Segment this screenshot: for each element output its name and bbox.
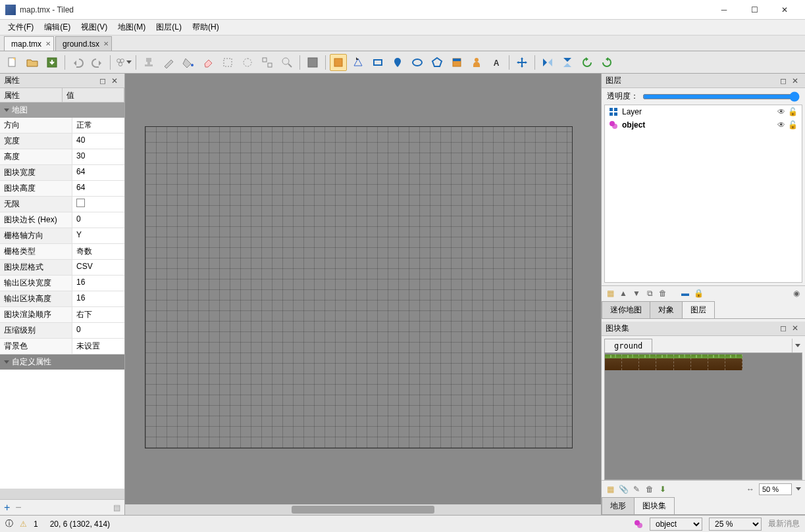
flip-v-button[interactable] [559,54,576,71]
tab-minimap[interactable]: 迷你地图 [602,301,650,318]
property-value[interactable] [72,197,124,212]
menu-file[interactable]: 文件(F) [4,20,38,34]
close-panel-icon[interactable]: ✕ [111,76,120,85]
property-row[interactable]: 图块高度64 [0,181,124,197]
tile[interactable] [725,354,742,370]
move-button[interactable] [513,54,531,71]
property-row[interactable]: 背景色未设置 [0,339,124,354]
insert-ellipse-button[interactable] [409,54,426,71]
property-value[interactable]: 64 [72,165,124,180]
errors-icon[interactable]: ⓘ [5,518,13,529]
open-file-button[interactable] [24,54,41,71]
tab-close-icon[interactable]: ✕ [45,40,51,47]
property-menu-button[interactable]: ▤ [113,503,120,512]
detach-icon[interactable]: ◻ [780,324,789,333]
terrain-brush-button[interactable] [160,54,177,71]
insert-polygon-button[interactable] [428,54,446,71]
maximize-button[interactable]: ☐ [739,0,769,20]
properties-hscroll[interactable] [0,489,124,499]
tab-map[interactable]: map.tmx✕ [4,36,54,51]
rect-select-button[interactable] [219,54,236,71]
edit-tileset-button[interactable]: ✎ [632,485,641,494]
warnings-icon[interactable]: ⚠ [20,520,27,529]
property-value[interactable]: 0 [72,323,124,338]
property-row[interactable]: 方向正常 [0,118,124,133]
layers-options-button[interactable]: ◉ [792,289,801,298]
property-row[interactable]: 栅格轴方向Y [0,228,124,244]
close-panel-icon[interactable]: ✕ [792,76,801,85]
visible-icon[interactable]: 👁 [777,107,785,116]
tile[interactable] [622,354,639,370]
tile[interactable] [656,354,673,370]
embed-tileset-button[interactable]: 📎 [619,485,628,494]
menu-view[interactable]: 视图(V) [77,20,111,34]
property-value[interactable]: 右下 [72,307,124,322]
undo-button[interactable] [69,54,86,71]
close-panel-icon[interactable]: ✕ [792,324,801,333]
visible-icon[interactable]: 👁 [777,120,785,130]
redo-button[interactable] [89,54,106,71]
insert-point-button[interactable] [389,54,406,71]
remove-property-button[interactable]: − [15,502,21,514]
new-file-button[interactable] [4,54,21,71]
layer-highlight-button[interactable] [304,54,321,71]
tile[interactable] [639,354,656,370]
magic-wand-button[interactable] [239,54,256,71]
tileset-zoom-input[interactable] [759,483,792,495]
tile[interactable] [691,354,708,370]
news-button[interactable]: 最新消息 [768,518,800,529]
tile[interactable] [674,354,691,370]
lock-icon[interactable]: 🔓 [788,107,798,116]
eraser-button[interactable] [199,54,217,71]
property-value[interactable]: 奇数 [72,244,124,259]
zoom-dropdown-icon[interactable] [796,487,801,491]
command-button[interactable] [115,54,132,71]
select-objects-button[interactable] [330,54,347,71]
property-group-map[interactable]: 地图 [0,103,124,118]
tileset-view[interactable] [604,353,802,481]
add-property-button[interactable]: + [4,502,10,514]
tab-tilesets[interactable]: 图块集 [634,497,675,514]
fill-button[interactable] [180,54,197,71]
property-value[interactable]: Y [72,228,124,243]
zoom-select[interactable]: 25 % [709,518,762,531]
tileset-dropdown[interactable] [792,339,802,352]
move-down-button[interactable]: ▼ [632,289,641,298]
insert-tile-button[interactable] [448,54,465,71]
tab-ground[interactable]: ground.tsx✕ [55,36,112,51]
close-button[interactable]: ✕ [769,0,800,20]
property-value[interactable]: 16 [72,276,124,291]
property-row[interactable]: 图块渲染顺序右下 [0,307,124,323]
tab-terrain[interactable]: 地形 [602,497,635,514]
detach-icon[interactable]: ◻ [780,76,789,85]
property-value[interactable]: 16 [72,291,124,306]
property-value[interactable]: 正常 [72,118,124,133]
select-same-button[interactable] [259,54,276,71]
flip-h-button[interactable] [539,54,556,71]
detach-icon[interactable]: ◻ [99,76,109,85]
export-tileset-button[interactable]: ⬇ [658,485,667,494]
map-grid[interactable] [145,126,573,448]
stamp-button[interactable] [140,54,157,71]
rotate-left-button[interactable] [579,54,596,71]
menu-help[interactable]: 帮助(H) [188,20,223,34]
scroll-thumb[interactable] [292,506,434,514]
canvas-scroll[interactable] [125,74,601,504]
new-tileset-button[interactable]: ▦ [606,485,615,494]
property-row[interactable]: 无限 [0,197,124,212]
toggle-other-button[interactable]: ▬ [681,289,690,298]
canvas-hscroll[interactable] [125,504,601,515]
tile[interactable] [605,354,622,370]
property-row[interactable]: 输出区块高度16 [0,291,124,307]
move-up-button[interactable]: ▲ [619,289,628,298]
edit-polygons-button[interactable] [350,54,367,71]
menu-map[interactable]: 地图(M) [114,20,149,34]
property-value[interactable]: 64 [72,181,124,196]
rotate-right-button[interactable] [598,54,615,71]
property-row[interactable]: 图块层格式CSV [0,260,124,276]
lock-icon[interactable]: 🔓 [788,120,798,130]
dynamic-wrap-button[interactable]: ↔ [746,485,755,494]
save-button[interactable] [43,54,61,71]
property-value[interactable]: 未设置 [72,339,124,354]
duplicate-layer-button[interactable]: ⧉ [645,289,654,298]
